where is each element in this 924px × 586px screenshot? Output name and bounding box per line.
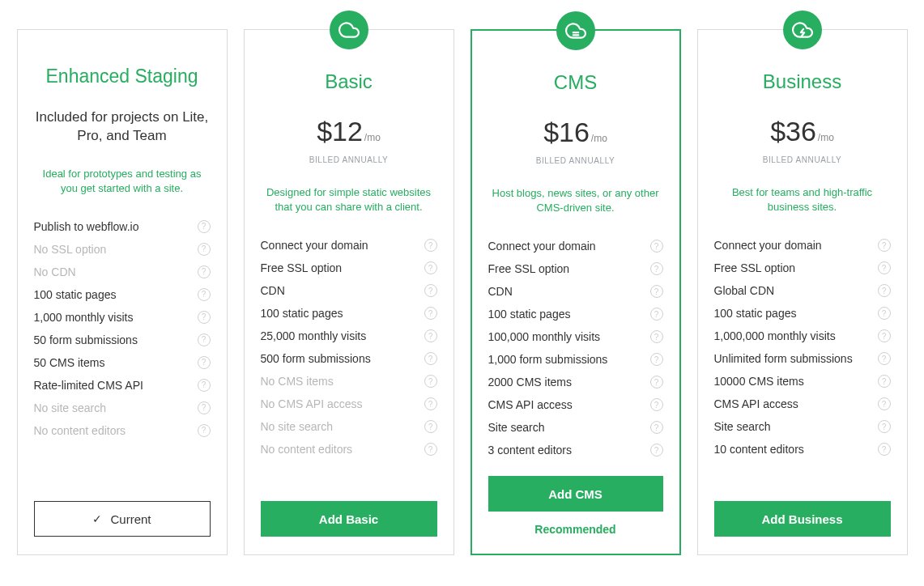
feature-row: CMS API access? bbox=[714, 393, 891, 415]
feature-label: 1,000 form submissions bbox=[488, 353, 608, 366]
feature-label: 1,000 monthly visits bbox=[34, 311, 134, 324]
help-icon[interactable]: ? bbox=[650, 421, 663, 434]
plan-card-business: Business $36 /mo BILLED ANNUALLY Best fo… bbox=[697, 29, 908, 555]
feature-label: 2000 CMS items bbox=[488, 376, 572, 389]
help-icon[interactable]: ? bbox=[878, 329, 891, 342]
help-icon[interactable]: ? bbox=[650, 444, 663, 456]
help-icon[interactable]: ? bbox=[424, 397, 437, 410]
help-icon[interactable]: ? bbox=[878, 420, 891, 433]
feature-row: 2000 CMS items? bbox=[488, 371, 663, 393]
feature-row: CDN? bbox=[488, 280, 663, 303]
help-icon[interactable]: ? bbox=[198, 424, 211, 437]
feature-row: No CDN? bbox=[34, 261, 211, 283]
help-icon[interactable]: ? bbox=[650, 330, 663, 343]
feature-label: No site search bbox=[261, 420, 333, 433]
plan-title: Enhanced Staging bbox=[34, 66, 211, 87]
help-icon[interactable]: ? bbox=[424, 329, 437, 342]
help-icon[interactable]: ? bbox=[878, 239, 891, 252]
help-icon[interactable]: ? bbox=[650, 262, 663, 275]
help-icon[interactable]: ? bbox=[424, 307, 437, 320]
feature-row: Connect your domain? bbox=[261, 234, 437, 257]
plan-description: Designed for simple static websites that… bbox=[261, 185, 437, 216]
help-icon[interactable]: ? bbox=[650, 398, 663, 411]
feature-row: No site search? bbox=[261, 415, 437, 438]
help-icon[interactable]: ? bbox=[878, 284, 891, 297]
add-basic-button[interactable]: Add Basic bbox=[261, 501, 437, 537]
help-icon[interactable]: ? bbox=[424, 284, 437, 297]
feature-label: 100 static pages bbox=[261, 307, 343, 320]
plan-price-row: $16 /mo bbox=[488, 117, 663, 148]
feature-row: No content editors? bbox=[34, 419, 211, 442]
help-icon[interactable]: ? bbox=[198, 243, 211, 256]
feature-row: 10 content editors? bbox=[714, 438, 891, 461]
recommended-label: Recommended bbox=[488, 523, 663, 536]
feature-label: Publish to webflow.io bbox=[34, 220, 139, 233]
feature-label: Free SSL option bbox=[261, 261, 343, 274]
help-icon[interactable]: ? bbox=[198, 265, 211, 278]
help-icon[interactable]: ? bbox=[424, 375, 437, 388]
help-icon[interactable]: ? bbox=[198, 333, 211, 346]
feature-label: Global CDN bbox=[714, 284, 775, 297]
help-icon[interactable]: ? bbox=[650, 308, 663, 321]
feature-label: Free SSL option bbox=[714, 261, 796, 274]
help-icon[interactable]: ? bbox=[878, 397, 891, 410]
help-icon[interactable]: ? bbox=[650, 353, 663, 366]
help-icon[interactable]: ? bbox=[424, 261, 437, 274]
feature-row: 25,000 monthly visits? bbox=[261, 325, 437, 347]
add-business-button[interactable]: Add Business bbox=[714, 501, 891, 537]
help-icon[interactable]: ? bbox=[198, 356, 211, 369]
help-icon[interactable]: ? bbox=[424, 443, 437, 456]
feature-label: Site search bbox=[714, 420, 771, 433]
help-icon[interactable]: ? bbox=[878, 443, 891, 456]
pricing-plans-row: Enhanced Staging Included for projects o… bbox=[16, 29, 908, 555]
feature-label: No site search bbox=[34, 401, 106, 414]
feature-label: 10000 CMS items bbox=[714, 375, 804, 388]
feature-label: No CMS items bbox=[261, 375, 334, 388]
feature-label: Unlimited form submissions bbox=[714, 352, 853, 365]
add-cms-button[interactable]: Add CMS bbox=[488, 476, 663, 512]
feature-label: No SSL option bbox=[34, 243, 107, 256]
help-icon[interactable]: ? bbox=[878, 352, 891, 365]
feature-row: 100 static pages? bbox=[714, 302, 891, 325]
help-icon[interactable]: ? bbox=[424, 352, 437, 365]
help-icon[interactable]: ? bbox=[198, 379, 211, 392]
feature-label: 1,000,000 monthly visits bbox=[714, 329, 836, 342]
help-icon[interactable]: ? bbox=[198, 401, 211, 414]
feature-row: Site search? bbox=[488, 416, 663, 439]
help-icon[interactable]: ? bbox=[650, 240, 663, 253]
feature-row: Unlimited form submissions? bbox=[714, 347, 891, 370]
feature-row: Rate-limited CMS API? bbox=[34, 374, 211, 397]
help-icon[interactable]: ? bbox=[198, 220, 211, 233]
help-icon[interactable]: ? bbox=[878, 261, 891, 274]
feature-label: 50 CMS items bbox=[34, 356, 105, 369]
plan-price-row: $12 /mo bbox=[261, 116, 437, 147]
cloud-lines-icon bbox=[556, 11, 595, 50]
plan-description: Best for teams and high-traffic business… bbox=[714, 185, 891, 216]
feature-label: 50 form submissions bbox=[34, 333, 138, 346]
help-icon[interactable]: ? bbox=[198, 288, 211, 301]
help-icon[interactable]: ? bbox=[424, 239, 437, 252]
help-icon[interactable]: ? bbox=[650, 285, 663, 298]
plan-per: /mo bbox=[818, 132, 834, 143]
help-icon[interactable]: ? bbox=[424, 420, 437, 433]
plan-title: CMS bbox=[488, 71, 663, 94]
feature-label: CMS API access bbox=[714, 397, 798, 410]
feature-row: No SSL option? bbox=[34, 238, 211, 261]
feature-label: 100 static pages bbox=[488, 308, 571, 321]
plan-description: Ideal for prototypes and testing as you … bbox=[34, 167, 211, 197]
help-icon[interactable]: ? bbox=[650, 376, 663, 389]
feature-row: 100 static pages? bbox=[34, 283, 211, 306]
cta-label: Current bbox=[110, 512, 151, 526]
feature-label: 100 static pages bbox=[714, 307, 797, 320]
help-icon[interactable]: ? bbox=[878, 375, 891, 388]
help-icon[interactable]: ? bbox=[878, 307, 891, 320]
feature-label: Site search bbox=[488, 421, 545, 434]
feature-label: No content editors bbox=[261, 443, 353, 456]
feature-label: 25,000 monthly visits bbox=[261, 329, 367, 342]
cloud-bolt-icon bbox=[783, 11, 822, 49]
feature-row: No CMS API access? bbox=[261, 393, 437, 415]
feature-row: Free SSL option? bbox=[261, 257, 437, 279]
feature-row: 100 static pages? bbox=[488, 303, 663, 325]
feature-row: Global CDN? bbox=[714, 279, 891, 302]
help-icon[interactable]: ? bbox=[198, 311, 211, 324]
